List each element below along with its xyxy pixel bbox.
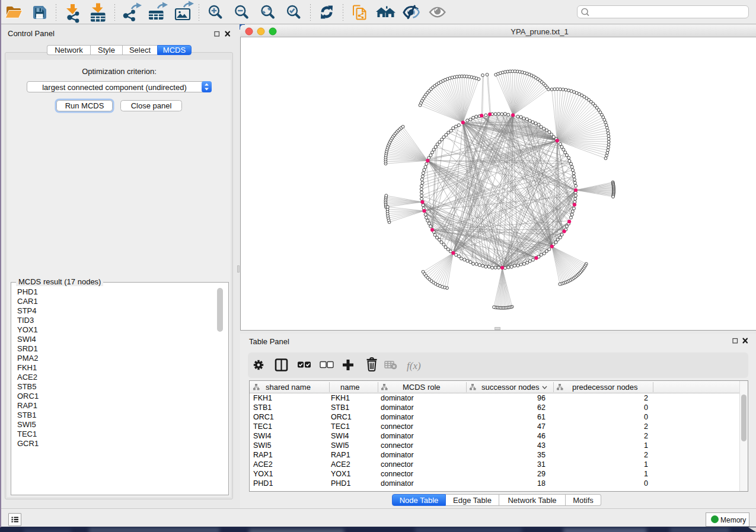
svg-text:2: 2	[644, 394, 648, 402]
svg-text:SWI5: SWI5	[253, 441, 272, 450]
svg-text:f(x): f(x)	[407, 360, 421, 371]
svg-text:dominator: dominator	[381, 479, 414, 488]
svg-text:ORC1: ORC1	[331, 413, 352, 421]
svg-text:shared name: shared name	[266, 383, 311, 392]
svg-text:1: 1	[644, 470, 648, 478]
svg-text:SWI4: SWI4	[253, 432, 272, 440]
svg-text:ORC1: ORC1	[253, 413, 274, 421]
svg-text:96: 96	[537, 394, 546, 402]
svg-text:dominator: dominator	[381, 394, 414, 402]
svg-text:dominator: dominator	[381, 403, 414, 412]
svg-text:1: 1	[644, 441, 648, 450]
svg-text:43: 43	[537, 441, 546, 450]
svg-text:MCDS role: MCDS role	[403, 383, 441, 392]
svg-text:successor nodes: successor nodes	[481, 383, 540, 392]
svg-text:31: 31	[537, 460, 546, 469]
svg-text:0: 0	[644, 479, 648, 488]
svg-text:35: 35	[537, 451, 546, 459]
svg-text:PHD1: PHD1	[253, 479, 273, 488]
svg-text:TEC1: TEC1	[253, 422, 272, 431]
svg-text:29: 29	[537, 470, 546, 478]
svg-text:YOX1: YOX1	[253, 470, 273, 478]
svg-text:PHD1: PHD1	[331, 479, 350, 488]
svg-text:2: 2	[644, 422, 648, 431]
svg-text:connector: connector	[381, 460, 413, 469]
svg-text:connector: connector	[381, 470, 413, 478]
svg-text:47: 47	[537, 422, 546, 431]
svg-text:FKH1: FKH1	[253, 394, 272, 402]
svg-text:dominator: dominator	[381, 451, 414, 459]
svg-text:61: 61	[537, 413, 546, 421]
svg-text:STB1: STB1	[331, 403, 349, 412]
svg-text:0: 0	[644, 413, 648, 421]
svg-text:ACE2: ACE2	[253, 460, 273, 469]
svg-text:2: 2	[644, 451, 648, 459]
svg-text:62: 62	[537, 403, 546, 412]
svg-text:predecessor nodes: predecessor nodes	[572, 383, 638, 392]
svg-text:connector: connector	[381, 441, 413, 450]
svg-text:TEC1: TEC1	[331, 422, 350, 431]
svg-text:STB1: STB1	[253, 403, 272, 412]
svg-text:2: 2	[644, 432, 648, 440]
svg-text:1: 1	[644, 460, 648, 469]
svg-text:0: 0	[644, 403, 648, 412]
svg-text:SWI4: SWI4	[331, 432, 349, 440]
svg-text:RAP1: RAP1	[331, 451, 350, 459]
svg-text:FKH1: FKH1	[331, 394, 350, 402]
svg-text:name: name	[340, 383, 360, 392]
svg-text:RAP1: RAP1	[253, 451, 273, 459]
svg-text:SWI5: SWI5	[331, 441, 349, 450]
svg-text:connector: connector	[381, 422, 413, 431]
svg-text:dominator: dominator	[381, 432, 414, 440]
svg-text:ACE2: ACE2	[331, 460, 350, 469]
svg-text:dominator: dominator	[381, 413, 414, 421]
svg-text:18: 18	[537, 479, 546, 488]
svg-text:46: 46	[537, 432, 546, 440]
svg-text:YOX1: YOX1	[331, 470, 350, 478]
